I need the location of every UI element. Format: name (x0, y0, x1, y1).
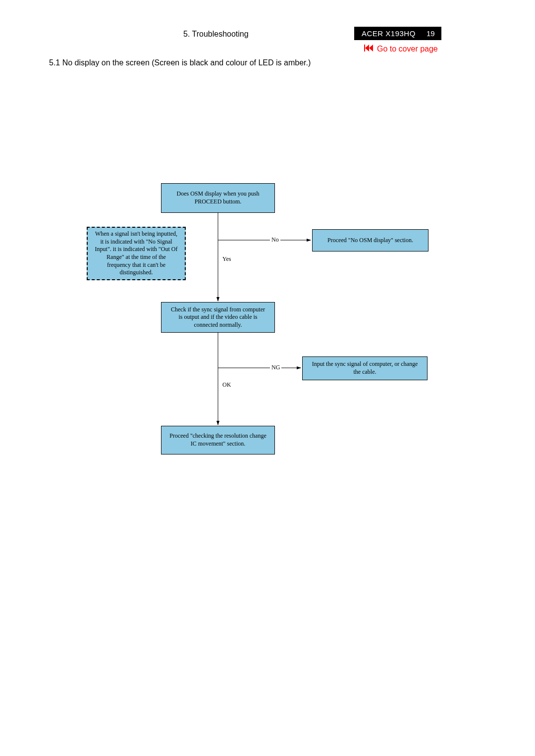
flow-box-input-sync: Input the sync signal of computer, or ch… (302, 356, 428, 380)
flow-box-resolution-ic: Proceed "checking the resolution change … (161, 426, 275, 454)
label-ng: NG (270, 364, 281, 371)
svg-marker-1 (365, 45, 369, 51)
section-title: 5. Troubleshooting (183, 30, 249, 39)
svg-marker-2 (369, 45, 373, 51)
subsection-heading: 5.1 No display on the screen (Screen is … (49, 58, 311, 67)
flow-box-no-osm: Proceed "No OSM display" section. (312, 229, 428, 252)
flowchart: Does OSM display when you push PROCEED b… (87, 178, 443, 485)
flow-box-check-sync: Check if the sync signal from computer i… (161, 302, 275, 333)
rewind-icon (364, 45, 373, 53)
cover-link-text: Go to cover page (377, 45, 438, 53)
model-badge: ACER X193HQ (354, 27, 423, 40)
flow-box-osm-display: Does OSM display when you push PROCEED b… (161, 183, 275, 213)
go-to-cover-link[interactable]: Go to cover page (364, 45, 438, 53)
label-yes: Yes (221, 255, 232, 263)
flow-note-signal: When a signal isn't being inputted, it i… (87, 227, 186, 280)
label-no: No (270, 236, 280, 244)
label-ok: OK (221, 381, 232, 389)
page-number: 19 (420, 27, 441, 40)
svg-rect-0 (364, 45, 365, 51)
